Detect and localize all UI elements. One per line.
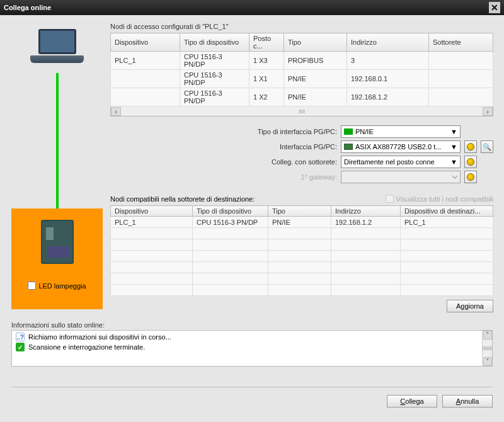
subnet-label: Colleg. con sottorete: <box>110 158 337 166</box>
if-type-select[interactable]: PN/IE ▼ <box>341 125 461 138</box>
status-vscroll[interactable]: ˄ ˅ <box>482 331 492 366</box>
table-row: CPU 1516-3 PN/DP 1 X2 PN/IE 192.168.1.2 <box>111 88 493 106</box>
table1-hscroll[interactable]: ‹ IIII › <box>110 106 493 117</box>
if-config-button[interactable] <box>464 140 477 153</box>
t2-h2[interactable]: Tipo <box>268 206 331 217</box>
status-line: ✓ Scansione e interrogazione terminate. <box>12 342 482 352</box>
table-row <box>111 239 493 251</box>
led-blink-label: LED lampeggia <box>38 282 86 290</box>
gear-icon <box>467 143 474 151</box>
if-type-label: Tipo di interfaccia PG/PC: <box>110 128 337 135</box>
loading-icon: ..? <box>16 333 25 341</box>
table-row <box>111 285 493 296</box>
close-icon[interactable]: ✕ <box>489 2 500 13</box>
configured-nodes-table: Dispositivo Tipo di dispositivo Posto c.… <box>110 33 493 106</box>
scroll-right-icon[interactable]: › <box>483 107 493 116</box>
subnet-select[interactable]: Direttamente nel posto conne ▼ <box>341 156 461 168</box>
t1-h2[interactable]: Posto c... <box>249 33 284 52</box>
connection-line-icon <box>56 73 59 208</box>
scroll-up-icon[interactable]: ˄ <box>483 331 492 339</box>
cancel-button[interactable]: Annulla <box>442 395 493 408</box>
table-row[interactable]: PLC_1 CPU 1516-3 PN/DP PN/IE 192.168.1.2… <box>111 217 493 228</box>
show-all-label: Visualizza tutti i nodi compatibili <box>396 195 493 203</box>
gear-icon <box>467 173 474 181</box>
led-blink-input[interactable] <box>28 282 36 290</box>
refresh-button[interactable]: Aggiorna <box>447 300 493 312</box>
status-line: ..? Richiamo informazioni sui dispositiv… <box>12 332 482 342</box>
configured-nodes-label: Nodi di accesso configurati di "PLC_1" <box>110 23 493 30</box>
table-row: PLC_1 CPU 1516-3 PN/DP 1 X3 PROFIBUS 3 <box>111 52 493 70</box>
left-visual-column: LED lampeggia <box>11 23 103 312</box>
nic-icon <box>344 144 353 150</box>
table-row <box>111 262 493 273</box>
compatible-nodes-table: Dispositivo Tipo di dispositivo Tipo Ind… <box>110 205 493 296</box>
laptop-icon <box>29 29 86 73</box>
search-icon: 🔍 <box>483 143 491 151</box>
t1-h3[interactable]: Tipo <box>284 33 347 52</box>
led-blink-checkbox[interactable]: LED lampeggia <box>28 282 86 290</box>
t2-h0[interactable]: Dispositivo <box>111 206 193 217</box>
t2-h3[interactable]: Indirizzo <box>331 206 401 217</box>
status-text: Scansione e interrogazione terminate. <box>28 343 145 351</box>
connect-button[interactable]: Collega <box>387 395 437 408</box>
subnet-config-button[interactable] <box>464 156 477 168</box>
device-panel: LED lampeggia <box>11 208 103 309</box>
show-all-input <box>386 195 394 203</box>
check-icon: ✓ <box>16 343 25 351</box>
t1-h1[interactable]: Tipo di dispositivo <box>180 33 249 52</box>
status-text: Richiamo informazioni sui dispositivi in… <box>28 333 171 341</box>
compatible-nodes-label: Nodi compatibili nella sottorete di dest… <box>110 195 255 203</box>
gateway-select <box>341 171 461 183</box>
t1-h0[interactable]: Dispositivo <box>111 33 180 52</box>
table-row <box>111 228 493 239</box>
gear-icon <box>467 158 474 166</box>
t1-h4[interactable]: Indirizzo <box>347 33 429 52</box>
plc-device-icon <box>41 220 74 264</box>
gateway-config-button[interactable] <box>464 171 477 183</box>
status-label: Informazioni sullo stato online: <box>11 321 493 329</box>
scroll-down-icon[interactable]: ˅ <box>483 357 492 366</box>
if-label: Interfaccia PG/PC: <box>110 143 337 151</box>
scroll-left-icon[interactable]: ‹ <box>111 107 121 116</box>
t2-h4[interactable]: Dispositivo di destinazi... <box>401 206 493 217</box>
table-row: CPU 1516-3 PN/DP 1 X1 PN/IE 192.168.0.1 <box>111 70 493 88</box>
window-title: Collega online <box>4 4 51 11</box>
status-box: ..? Richiamo informazioni sui dispositiv… <box>11 330 493 367</box>
pnie-icon <box>344 128 353 135</box>
t2-h1[interactable]: Tipo di dispositivo <box>193 206 268 217</box>
t1-h5[interactable]: Sottorete <box>429 33 493 52</box>
table-row <box>111 273 493 285</box>
table-row <box>111 251 493 262</box>
gateway-label: 1° gateway: <box>110 173 337 181</box>
title-bar: Collega online ✕ <box>0 0 504 15</box>
if-search-button[interactable]: 🔍 <box>481 140 493 153</box>
show-all-checkbox: Visualizza tutti i nodi compatibili <box>386 195 493 203</box>
if-select[interactable]: ASIX AX88772B USB2.0 t... ▼ <box>341 140 461 153</box>
